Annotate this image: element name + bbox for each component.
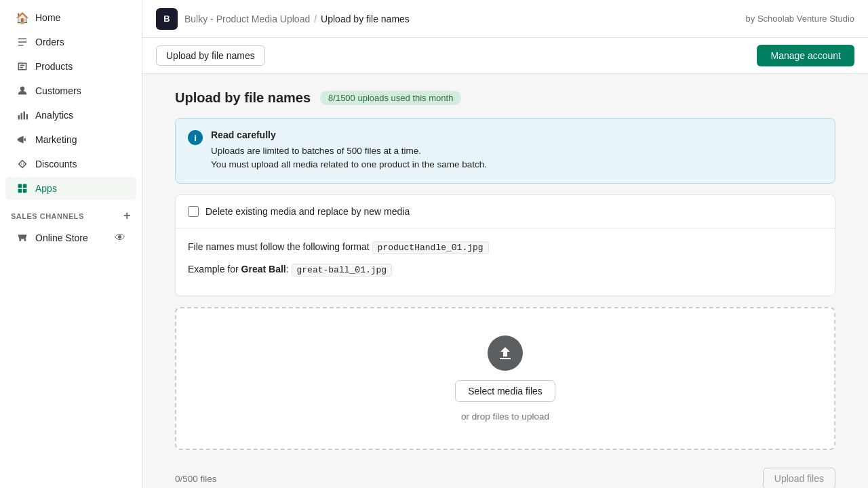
sidebar-item-label: Marketing: [35, 134, 77, 145]
info-line1: Uploads are limited to batches of 500 fi…: [211, 144, 823, 158]
sidebar-item-orders[interactable]: Orders: [5, 30, 136, 54]
breadcrumb-parent[interactable]: Bulky - Product Media Upload: [184, 14, 310, 24]
topbar-by-text: by Schoolab Venture Studio: [746, 14, 854, 24]
sales-channels-label: SALES CHANNELS: [11, 212, 84, 220]
format-info: File names must follow the following for…: [176, 228, 835, 296]
svg-rect-6: [24, 111, 25, 119]
delete-media-label[interactable]: Delete existing media and replace by new…: [205, 206, 410, 217]
topbar: B Bulky - Product Media Upload / Upload …: [142, 0, 868, 38]
svg-rect-0: [18, 38, 27, 39]
sidebar-item-products[interactable]: Products: [5, 55, 136, 78]
format-colon: :: [286, 264, 289, 274]
app-icon: B: [156, 8, 178, 30]
online-store-icon: [16, 232, 28, 244]
upload-icon-circle: [488, 336, 523, 371]
add-sales-channel-icon[interactable]: +: [123, 209, 131, 223]
info-icon: i: [188, 130, 203, 145]
sales-channels-section: SALES CHANNELS +: [0, 201, 142, 226]
breadcrumb: Bulky - Product Media Upload / Upload by…: [184, 14, 410, 24]
breadcrumb-current: Upload by file names: [321, 14, 410, 24]
options-card: Delete existing media and replace by new…: [175, 195, 835, 297]
sidebar-item-home[interactable]: 🏠 Home: [5, 6, 136, 29]
select-media-files-button[interactable]: Select media files: [455, 380, 555, 402]
file-count-text: 0/500 files: [175, 474, 217, 484]
svg-rect-5: [21, 113, 22, 120]
svg-rect-7: [26, 114, 28, 119]
eye-icon: 👁: [115, 232, 125, 244]
page-title-row: Upload by file names 8/1500 uploads used…: [175, 90, 835, 106]
manage-account-button[interactable]: Manage account: [757, 45, 854, 66]
sidebar-item-customers[interactable]: Customers: [5, 79, 136, 102]
format-row-1: File names must follow the following for…: [188, 239, 823, 256]
sidebar-item-label: Orders: [35, 37, 64, 47]
file-count-row: 0/500 files Upload files: [175, 461, 835, 488]
apps-icon: [16, 182, 28, 195]
sidebar-item-label: Products: [35, 61, 73, 72]
sidebar: 🏠 Home Orders Products Customers Analyti…: [0, 0, 142, 488]
customers-icon: [16, 85, 28, 97]
drop-hint-text: or drop files to upload: [461, 411, 549, 422]
page-title: Upload by file names: [175, 90, 311, 106]
sidebar-item-online-store[interactable]: Online Store 👁: [5, 226, 136, 249]
info-content: Read carefully Uploads are limited to ba…: [211, 129, 823, 172]
sidebar-item-analytics[interactable]: Analytics: [5, 104, 136, 127]
sidebar-item-label: Customers: [35, 85, 81, 96]
sidebar-item-label: Analytics: [35, 110, 73, 121]
format-code2: great-ball_01.jpg: [292, 264, 393, 277]
sidebar-item-apps[interactable]: Apps: [5, 177, 136, 200]
delete-media-checkbox-row: Delete existing media and replace by new…: [176, 195, 835, 228]
svg-rect-4: [18, 115, 20, 119]
format-row-2: Example for Great Ball: great-ball_01.jp…: [188, 262, 823, 278]
upload-arrow-icon: [497, 345, 513, 361]
info-box: i Read carefully Uploads are limited to …: [175, 118, 835, 184]
svg-rect-8: [18, 184, 22, 188]
products-icon: [16, 60, 28, 73]
format-line2-prefix: Example for: [188, 264, 239, 274]
discounts-icon: [16, 158, 28, 170]
content-area: Upload by file names 8/1500 uploads used…: [142, 74, 868, 488]
svg-rect-2: [18, 45, 24, 46]
home-icon: 🏠: [16, 12, 28, 24]
sidebar-item-marketing[interactable]: Marketing: [5, 128, 136, 151]
upload-by-file-names-tab[interactable]: Upload by file names: [156, 45, 265, 66]
drop-zone[interactable]: Select media files or drop files to uplo…: [175, 307, 835, 450]
sidebar-item-label: Discounts: [35, 159, 77, 169]
marketing-icon: [16, 134, 28, 146]
topbar-right: by Schoolab Venture Studio: [746, 14, 854, 24]
sidebar-item-label: Apps: [35, 183, 57, 194]
info-line2: You must upload all media related to one…: [211, 158, 823, 171]
format-code1: productHandle_01.jpg: [372, 241, 489, 254]
breadcrumb-separator: /: [314, 14, 317, 24]
analytics-icon: [16, 109, 28, 121]
sidebar-item-label: Home: [35, 12, 60, 23]
usage-badge: 8/1500 uploads used this month: [320, 91, 461, 105]
format-bold: Great Ball: [241, 264, 286, 274]
delete-media-checkbox[interactable]: [188, 206, 199, 217]
topbar-left: B Bulky - Product Media Upload / Upload …: [156, 8, 410, 30]
format-line1-prefix: File names must follow the following for…: [188, 241, 370, 252]
sidebar-item-label: Online Store: [35, 232, 88, 243]
sidebar-item-discounts[interactable]: Discounts: [5, 152, 136, 176]
main-panel: B Bulky - Product Media Upload / Upload …: [142, 0, 868, 488]
svg-point-3: [20, 87, 24, 91]
svg-rect-9: [23, 184, 27, 188]
subheader: Upload by file names Manage account: [142, 38, 868, 74]
info-title: Read carefully: [211, 129, 823, 140]
orders-icon: [16, 36, 28, 48]
svg-rect-11: [23, 189, 27, 193]
upload-files-button[interactable]: Upload files: [763, 468, 835, 488]
svg-rect-1: [18, 41, 27, 43]
svg-rect-10: [18, 189, 22, 193]
